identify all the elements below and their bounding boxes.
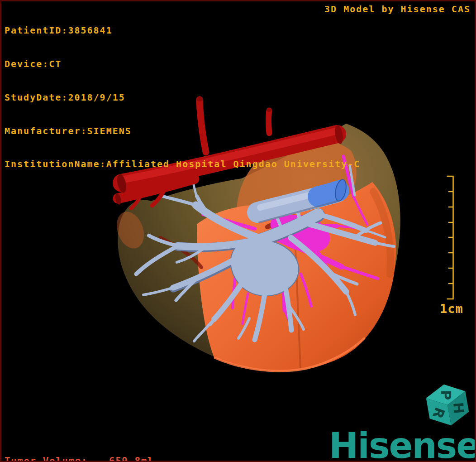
tumor-volume-row: Tumor Volume: 659.8ml: [5, 455, 154, 462]
watermark-title: 3D Model by Hisense CAS: [324, 4, 471, 14]
hisense-logo: Hisense: [329, 425, 476, 462]
volume-readouts: Tumor Volume: 659.8ml Liver Volume: 1552…: [5, 431, 154, 462]
institution-name: InstitutionName:Affiliated Hospital Qing…: [5, 159, 360, 170]
study-date: StudyDate:2018/9/15: [5, 92, 360, 103]
cube-letter-h: H: [450, 402, 467, 414]
orientation-cube[interactable]: P H R: [424, 381, 471, 429]
device: Device:CT: [5, 58, 360, 70]
app-window: P H R PatientID:3856841 Device:CT StudyD…: [0, 0, 476, 462]
tumor-volume-label: Tumor Volume:: [5, 455, 95, 462]
scale-bar: [447, 176, 453, 299]
patient-id: PatientID:3856841: [5, 25, 360, 36]
tumor-volume-value: 659.8ml: [95, 455, 154, 462]
cube-letter-p: P: [438, 390, 454, 400]
patient-metadata: PatientID:3856841 Device:CT StudyDate:20…: [5, 3, 360, 192]
manufacturer: Manufacturer:SIEMENS: [5, 125, 360, 137]
scale-bar-label: 1cm: [440, 302, 463, 316]
